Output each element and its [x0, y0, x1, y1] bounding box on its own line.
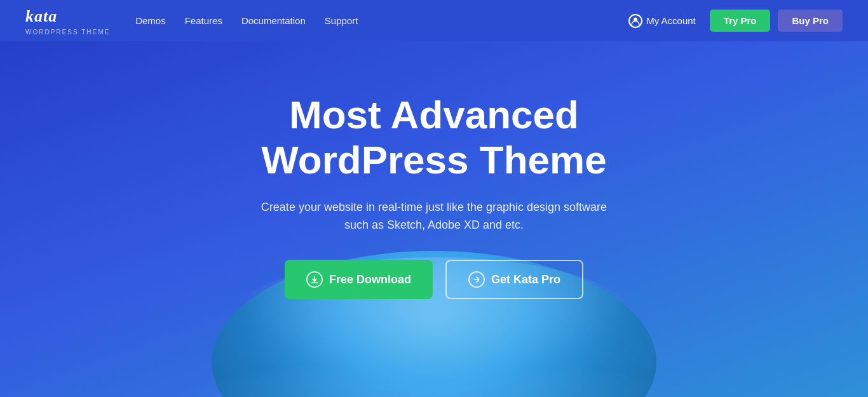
- hero-buttons: Free Download Get Kata Pro: [256, 260, 612, 299]
- nav-item-features[interactable]: Features: [185, 15, 222, 27]
- hero-section: Most Advanced WordPress Theme Create you…: [0, 41, 868, 397]
- arrow-right-icon: [468, 271, 485, 288]
- nav-left: kata WordPress Theme Demos Features Docu…: [25, 6, 358, 36]
- logo-subtitle: WordPress Theme: [25, 29, 110, 36]
- svg-text:kata: kata: [25, 7, 57, 24]
- nav-links: Demos Features Documentation Support: [135, 15, 358, 27]
- nav-item-support[interactable]: Support: [325, 15, 358, 27]
- account-icon: [628, 14, 642, 28]
- logo-text: kata: [25, 6, 83, 27]
- nav-right: My Account Try Pro Buy Pro: [628, 10, 843, 32]
- my-account-label: My Account: [646, 15, 696, 26]
- download-icon: [306, 271, 323, 288]
- hero-content: Most Advanced WordPress Theme Create you…: [256, 92, 612, 299]
- hero-subtitle: Create your website in real-time just li…: [256, 198, 612, 235]
- nav-item-demos[interactable]: Demos: [135, 15, 166, 27]
- get-kata-pro-button[interactable]: Get Kata Pro: [445, 260, 583, 299]
- try-pro-button[interactable]: Try Pro: [710, 10, 771, 32]
- free-download-button[interactable]: Free Download: [285, 260, 433, 299]
- nav-item-documentation[interactable]: Documentation: [241, 15, 306, 27]
- logo[interactable]: kata WordPress Theme: [25, 6, 110, 36]
- navbar: kata WordPress Theme Demos Features Docu…: [0, 0, 868, 41]
- buy-pro-button[interactable]: Buy Pro: [778, 10, 843, 32]
- my-account-link[interactable]: My Account: [628, 14, 696, 28]
- hero-title: Most Advanced WordPress Theme: [256, 92, 612, 183]
